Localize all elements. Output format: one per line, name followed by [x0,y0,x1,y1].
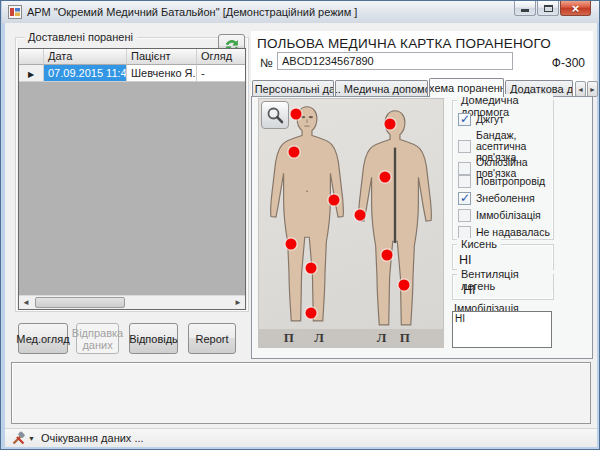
minimize-button[interactable] [514,1,536,16]
wound-scheme-page: П Л Л П Домедична допомога Джгут Бан [251,96,593,359]
status-text: Очікування даних ... [41,432,144,444]
immobilization-textbox[interactable]: НІ [452,311,552,348]
cell-date[interactable]: 07.09.2015 11:45 [44,65,127,82]
minimize-icon [521,9,529,12]
cell-exam[interactable]: - [197,65,245,82]
checkbox-label: Повітропровід [476,176,545,187]
table-empty-area [19,82,245,295]
report-button[interactable]: Report [188,323,236,354]
tab-personal-data[interactable]: 1. Персональні дані [252,80,334,97]
med-exam-button[interactable]: Мед.огляд [18,323,68,354]
wound-markers-layer [259,99,443,347]
wound-marker[interactable] [306,262,317,273]
tab-scroll-left-icon[interactable]: ◄ [575,81,586,97]
cell-patient[interactable]: Шевченко Я.М. [127,65,197,82]
figure-letter: Л [314,330,324,346]
checkbox-anesthesia[interactable]: Знеболення [458,192,535,205]
tools-icon [11,431,26,446]
figure-letter: Л [377,330,387,346]
checkbox-immobilization[interactable]: Іммобілізація [458,209,541,222]
card-title: ПОЛЬОВА МЕДИЧНА КАРТКА ПОРАНЕНОГО [257,36,551,51]
medical-card-panel: ПОЛЬОВА МЕДИЧНА КАРТКА ПОРАНЕНОГО № Ф-30… [251,31,593,359]
close-icon: × [572,2,580,15]
oxygen-group: Кисень НІ [452,244,554,270]
wound-marker[interactable] [379,172,390,183]
card-number-input[interactable] [277,52,513,70]
ventilation-value: НІ [463,283,476,297]
title-bar[interactable]: АРМ "Окремий Медичний Батальйон" [Демонс… [2,1,599,23]
maximize-icon [544,5,553,12]
checkbox-label: Не надавалась [476,227,550,238]
header-exam[interactable]: Огляд [197,49,245,65]
maximize-button[interactable] [537,1,559,16]
checkbox-airway[interactable]: Повітропровід [458,175,545,188]
wound-marker[interactable] [290,108,301,119]
checkbox-label: Іммобілізація [476,210,541,221]
tab-wound-scheme[interactable]: Схема поранення [429,78,504,97]
delivered-wounded-title: Доставлені поранені [24,31,137,43]
tab-medical-aid[interactable]: 2.1. Медична допомога [335,80,428,97]
header-selector [19,49,44,65]
checkbox-icon[interactable] [458,113,471,126]
reply-button[interactable]: Відповідь [129,323,178,354]
scroll-left-icon[interactable]: ◄ [19,296,33,309]
wound-marker[interactable] [285,238,296,249]
checkbox-icon[interactable] [458,192,471,205]
status-bar: ▼ Очікування даних ... [5,428,597,447]
status-dropdown-icon[interactable]: ▼ [28,435,35,442]
checkbox-icon[interactable] [458,175,471,188]
table-row[interactable]: ▶ 07.09.2015 11:45 Шевченко Я.М. - [19,65,245,82]
close-button[interactable]: × [560,1,591,16]
checkbox-label: Джгут [476,114,504,125]
wound-marker[interactable] [288,146,299,157]
tab-scroll-right-icon[interactable]: ► [587,81,598,97]
message-panel [11,362,591,424]
wound-marker[interactable] [399,279,410,290]
wound-marker[interactable] [354,210,365,221]
aid-column: Домедична допомога Джгут Бандаж, асептич… [452,98,554,346]
scrollbar-track[interactable] [33,296,231,309]
checkbox-icon[interactable] [458,162,471,175]
magnifier-button[interactable] [261,101,289,129]
premedical-aid-group: Домедична допомога Джгут Бандаж, асептич… [452,100,554,240]
wound-marker[interactable] [306,308,317,319]
magnifier-icon [266,106,285,125]
horizontal-scrollbar[interactable]: ◄ ► [19,295,245,309]
checkbox-label: Знеболення [476,193,535,204]
form-code: Ф-300 [552,56,585,70]
wound-marker[interactable] [384,118,395,129]
figure-label-band: П Л Л П [259,329,443,347]
ventilation-group: Вентиляція легень НІ [452,274,554,300]
figure-letter: П [284,330,294,346]
delivered-wounded-group: Доставлені поранені Дата Пацієнт Огляд ▶… [15,37,249,312]
app-icon [8,5,22,19]
header-patient[interactable]: Пацієнт [127,49,197,65]
wound-marker[interactable] [381,249,392,260]
figure-letter: П [400,330,410,346]
app-window: АРМ "Окремий Медичний Батальйон" [Демонс… [0,0,600,450]
wound-marker[interactable] [329,195,340,206]
checkbox-icon[interactable] [458,209,471,222]
scrollbar-thumb[interactable] [35,297,125,308]
checkbox-tourniquet[interactable]: Джгут [458,113,504,126]
header-date[interactable]: Дата [44,49,127,65]
table-header: Дата Пацієнт Огляд [19,49,245,65]
body-diagram[interactable]: П Л Л П [258,98,444,348]
oxygen-value: НІ [459,253,472,267]
patients-table: Дата Пацієнт Огляд ▶ 07.09.2015 11:45 Ше… [18,48,246,310]
scroll-right-icon[interactable]: ► [231,296,245,309]
oxygen-label: Кисень [457,238,501,250]
row-selector[interactable]: ▶ [19,65,44,82]
send-data-button: Відправка даних [76,323,119,354]
window-title: АРМ "Окремий Медичний Батальйон" [Демонс… [27,6,357,18]
card-number-label: № [260,56,273,70]
checkbox-icon[interactable] [458,140,471,153]
